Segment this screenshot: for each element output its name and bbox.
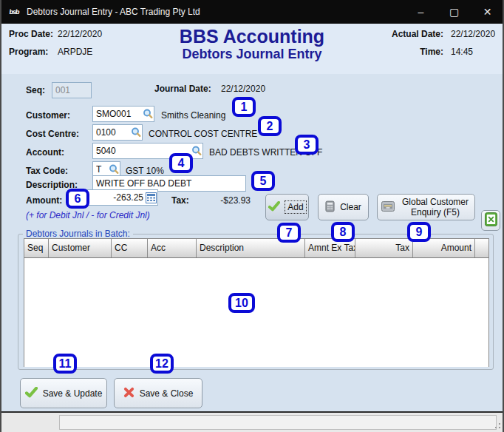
col-filler bbox=[475, 239, 488, 257]
save-update-label: Save & Update bbox=[43, 388, 103, 399]
tax-code-label: Tax Code: bbox=[26, 166, 68, 176]
col-tax: Tax bbox=[355, 239, 413, 257]
col-customer: Customer bbox=[49, 239, 112, 257]
col-acc: Acc bbox=[148, 239, 197, 257]
header-band: Proc Date: 22/12/2020 Program: ARPDJE BB… bbox=[1, 24, 503, 74]
cost-centre-name: CONTROL COST CENTRE bbox=[149, 129, 257, 139]
window-title: Debtors Journal Entry - ABC Trading Pty … bbox=[27, 7, 200, 17]
global-customer-enquiry-button[interactable]: Global Customer Enquiry (F5) bbox=[377, 194, 475, 220]
callout-1: 1 bbox=[232, 97, 256, 117]
maximize-button[interactable]: ▢ bbox=[437, 0, 471, 24]
callout-3: 3 bbox=[295, 135, 319, 155]
tax-label: Tax: bbox=[171, 195, 189, 206]
amount-field[interactable] bbox=[84, 189, 158, 206]
resize-grip-icon[interactable] bbox=[494, 422, 501, 429]
callout-7: 7 bbox=[277, 223, 301, 243]
customer-name: Smiths Cleaning bbox=[161, 110, 225, 121]
callout-12: 12 bbox=[150, 354, 174, 374]
seq-field bbox=[52, 82, 92, 98]
callout-9: 9 bbox=[407, 222, 431, 242]
actual-date-label: Actual Date: bbox=[383, 29, 443, 39]
callout-5: 5 bbox=[251, 171, 275, 191]
amount-label: Amount: bbox=[26, 195, 62, 206]
amount-input[interactable] bbox=[85, 191, 145, 204]
customer-label: Customer: bbox=[26, 110, 70, 121]
cost-centre-field[interactable] bbox=[92, 124, 143, 141]
col-seq: Seq bbox=[24, 239, 49, 257]
account-label: Account: bbox=[26, 147, 64, 158]
status-bar bbox=[0, 413, 504, 432]
actual-date-value: 22/12/2020 bbox=[451, 29, 495, 39]
save-update-button[interactable]: Save & Update bbox=[20, 378, 107, 408]
callout-2: 2 bbox=[258, 116, 282, 136]
check-icon bbox=[268, 201, 280, 214]
global-customer-enquiry-label: Global Customer Enquiry (F5) bbox=[400, 197, 471, 217]
tax-code-name: GST 10% bbox=[126, 166, 164, 176]
time-label: Time: bbox=[383, 47, 443, 57]
minimize-button[interactable]: – bbox=[404, 0, 437, 24]
add-button-label: Add bbox=[285, 201, 305, 213]
callout-10: 10 bbox=[228, 293, 255, 313]
title-bar: bsb Debtors Journal Entry - ABC Trading … bbox=[0, 0, 504, 24]
time-value: 14:45 bbox=[451, 47, 473, 57]
batch-grid: Seq Customer CC Acc Description Amnt Ex … bbox=[24, 238, 489, 367]
debtors-journal-entry-window: bsb Debtors Journal Entry - ABC Trading … bbox=[0, 0, 504, 432]
save-close-button[interactable]: Save & Close bbox=[114, 378, 202, 408]
add-button[interactable]: Add bbox=[265, 194, 309, 220]
calculator-clear-icon bbox=[325, 200, 335, 215]
tax-value: -$23.93 bbox=[190, 195, 251, 206]
description-input[interactable] bbox=[93, 177, 245, 190]
tax-code-lookup-icon[interactable] bbox=[107, 163, 120, 176]
check-icon bbox=[25, 387, 38, 400]
batch-legend: Debtors Journals in Batch: bbox=[23, 229, 133, 239]
journal-date-label: Journal Date: bbox=[154, 84, 211, 94]
save-close-label: Save & Close bbox=[140, 388, 194, 399]
batch-grid-body bbox=[24, 258, 488, 367]
cost-centre-label: Cost Centre: bbox=[26, 129, 79, 139]
callout-6: 6 bbox=[66, 189, 89, 209]
callout-11: 11 bbox=[53, 354, 77, 374]
customer-input[interactable] bbox=[93, 107, 141, 121]
tax-code-input[interactable] bbox=[93, 163, 107, 176]
cost-centre-lookup-icon[interactable] bbox=[129, 126, 142, 139]
red-x-icon bbox=[123, 387, 134, 400]
debit-credit-hint: (+ for Debit Jnl / - for Credit Jnl) bbox=[26, 210, 150, 220]
customer-field[interactable] bbox=[92, 106, 154, 122]
callout-8: 8 bbox=[331, 222, 355, 242]
clear-button-label: Clear bbox=[340, 202, 361, 212]
seq-label: Seq: bbox=[26, 85, 45, 95]
col-cc: CC bbox=[112, 239, 148, 257]
status-panel bbox=[59, 415, 497, 430]
excel-icon bbox=[485, 212, 497, 229]
callout-4: 4 bbox=[169, 153, 193, 173]
app-icon: bsb bbox=[7, 5, 21, 18]
cost-centre-input[interactable] bbox=[93, 126, 129, 139]
export-excel-button[interactable] bbox=[481, 210, 500, 231]
enquiry-drawer-icon bbox=[381, 201, 395, 214]
clear-button[interactable]: Clear bbox=[318, 194, 369, 220]
seq-input bbox=[52, 84, 91, 97]
close-button[interactable]: ✕ bbox=[471, 0, 504, 24]
calculator-icon[interactable] bbox=[145, 191, 157, 204]
journal-date-value: 22/12/2020 bbox=[221, 84, 265, 94]
customer-lookup-icon[interactable] bbox=[141, 107, 154, 121]
